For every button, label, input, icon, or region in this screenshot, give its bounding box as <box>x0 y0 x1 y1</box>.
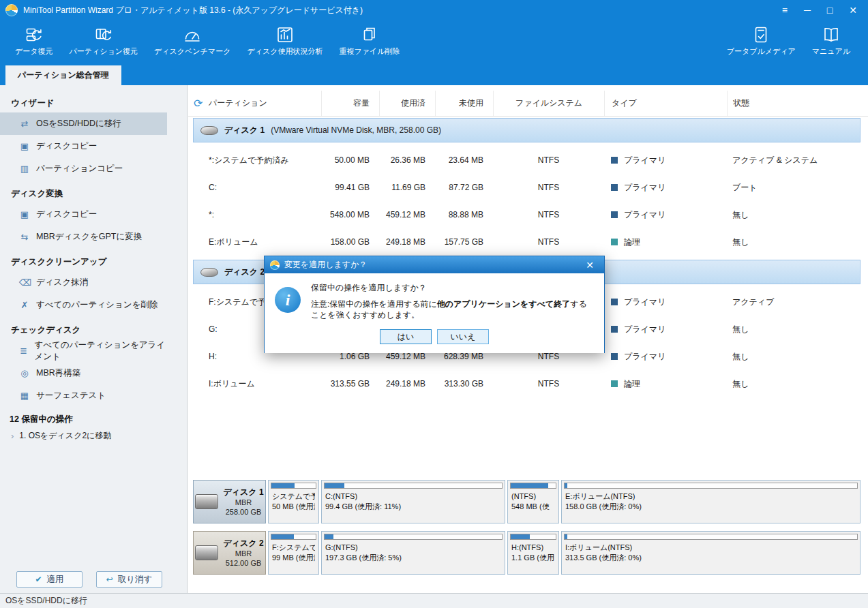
partition-label: H:(NTFS) <box>511 543 555 553</box>
partition-recovery-icon <box>95 25 113 44</box>
duplicate-file-icon <box>361 25 378 44</box>
diskmap-partition[interactable]: F:システムで予 99 MB (使用済 <box>268 531 319 575</box>
partition-type: 論理 <box>624 237 640 248</box>
sidebar-item-mbr-to-gpt[interactable]: ⇆ MBRディスクをGPTに変換 <box>0 226 167 248</box>
toolbar-duplicate-file-delete[interactable]: 重複ファイル削除 <box>331 20 408 57</box>
sidebar-item-disk-wipe[interactable]: ⌫ ディスク抹消 <box>0 271 167 294</box>
sidebar-item-surface-test[interactable]: ▦ サーフェステスト <box>0 384 167 407</box>
toolbar-label: パーティション復元 <box>70 46 138 57</box>
disk-wipe-icon: ⌫ <box>19 277 30 288</box>
toolbar-label: データ復元 <box>15 46 53 57</box>
tab-partition-management[interactable]: パーティション総合管理 <box>5 65 121 85</box>
toolbar-data-recovery[interactable]: データ復元 <box>7 20 61 57</box>
partition-type: プライマリ <box>624 155 665 166</box>
apply-button[interactable]: ✔ 適用 <box>16 571 83 588</box>
partition-type: プライマリ <box>624 297 665 308</box>
partition-label: E:ボリューム(NTFS) <box>565 491 856 502</box>
window-title: MiniTool Partition Wizard プロ・アルティメット版 13… <box>23 5 363 16</box>
sidebar-item-rebuild-mbr[interactable]: ◎ MBR再構築 <box>0 362 167 384</box>
apply-confirmation-dialog: 変更を適用しますか？ ✕ i 保留中の操作を適用しますか？ 注意:保留中の操作を… <box>264 256 605 353</box>
diskmap-partition[interactable]: I:ボリューム(NTFS) 313.5 GB (使用済: 0%) <box>561 531 860 575</box>
col-used: 使用済 <box>379 91 435 116</box>
pending-operation-label: 1. OSをディスク2に移動 <box>19 430 111 442</box>
no-button[interactable]: いいえ <box>437 329 489 344</box>
partition-size-label: 99 MB (使用済 <box>272 553 315 563</box>
sidebar-section-check-disk: チェックディスク <box>0 320 187 339</box>
col-unused: 未使用 <box>435 91 493 116</box>
table-header: ⟳ パーティション 容量 使用済 未使用 ファイルシステム タイプ 状態 <box>188 85 868 117</box>
diskmap-partition[interactable]: E:ボリューム(NTFS) 158.0 GB (使用済: 0%) <box>561 480 860 523</box>
usage-bar <box>564 483 858 489</box>
partition-name: E:ボリューム <box>188 237 321 248</box>
table-row[interactable]: *:システムで予約済み 50.00 MB 26.36 MB 23.64 MB N… <box>188 147 868 174</box>
partition-status: 無し <box>727 209 868 221</box>
partition-unused: 313.30 GB <box>435 379 493 389</box>
maximize-icon[interactable]: □ <box>827 5 833 15</box>
sidebar: ウィザード ⇄ OSをSSD/HDDに移行 ▣ ディスクコピー ▥ パーティショ… <box>0 85 188 593</box>
apply-label: 適用 <box>47 574 64 586</box>
diskmap-partition[interactable]: C:(NTFS) 99.4 GB (使用済: 11%) <box>321 480 505 523</box>
diskmap-partition[interactable]: G:(NTFS) 197.3 GB (使用済: 5%) <box>321 531 505 575</box>
diskmap-disk1-label[interactable]: ディスク 1 MBR 258.00 GB <box>193 480 266 523</box>
disk1-info: (VMware Virtual NVMe Disk, MBR, 258.00 G… <box>271 125 441 135</box>
diskmap-disk2-label[interactable]: ディスク 2 MBR 512.00 GB <box>193 531 266 575</box>
partition-unused: 628.39 MB <box>435 352 493 361</box>
close-icon[interactable]: ✕ <box>849 5 857 15</box>
disk-copy-icon: ▣ <box>19 209 30 219</box>
toolbar-label: 重複ファイル削除 <box>339 46 400 57</box>
undo-button[interactable]: ↩ 取り消す <box>96 571 162 588</box>
info-icon: i <box>275 287 301 313</box>
sidebar-item-disk-copy-2[interactable]: ▣ ディスクコピー <box>0 203 167 226</box>
pending-operation-item[interactable]: › 1. OSをディスク2に移動 <box>0 427 187 444</box>
disk1-header-row[interactable]: ディスク 1 (VMware Virtual NVMe Disk, MBR, 2… <box>193 118 860 142</box>
refresh-icon[interactable]: ⟳ <box>194 97 203 110</box>
partition-label: F:システムで予 <box>272 543 315 553</box>
sidebar-item-label: OSをSSD/HDDに移行 <box>36 118 121 130</box>
diskmap-disk-size: 512.00 GB <box>223 558 263 568</box>
trash-icon: ✗ <box>19 300 30 310</box>
toolbar-partition-recovery[interactable]: パーティション復元 <box>61 20 147 57</box>
partition-used: 459.12 MB <box>379 210 435 219</box>
table-row[interactable]: C: 99.41 GB 11.69 GB 87.72 GB NTFS プライマリ… <box>188 174 868 201</box>
sidebar-item-partition-copy[interactable]: ▥ パーティションコピー <box>0 157 167 180</box>
sidebar-item-align-all-partitions[interactable]: ≣ すべてのパーティションをアライメント <box>0 339 167 362</box>
sidebar-item-delete-all-partitions[interactable]: ✗ すべてのパーティションを削除 <box>0 294 167 316</box>
toolbar-disk-benchmark[interactable]: ディスクベンチマーク <box>146 20 239 57</box>
diskmap-partition[interactable]: H:(NTFS) 1.1 GB (使用 <box>507 531 559 575</box>
table-row[interactable]: I:ボリューム 313.55 GB 249.18 MB 313.30 GB NT… <box>188 370 868 397</box>
yes-button[interactable]: はい <box>380 329 432 344</box>
col-partition: パーティション <box>209 97 267 109</box>
partition-name: *:システムで予約済み <box>188 155 321 166</box>
minimize-icon[interactable]: ─ <box>804 5 811 15</box>
dialog-close-icon[interactable]: ✕ <box>581 260 599 271</box>
menu-icon[interactable]: ≡ <box>782 5 788 15</box>
toolbar-bootable-media[interactable]: ブータブルメディア <box>719 20 804 57</box>
sidebar-item-disk-copy[interactable]: ▣ ディスクコピー <box>0 135 167 157</box>
table-row[interactable]: E:ボリューム 158.00 GB 249.18 MB 157.75 GB NT… <box>188 228 868 256</box>
sidebar-item-label: すべてのパーティションをアライメント <box>35 339 167 363</box>
partition-used: 459.12 MB <box>379 352 435 361</box>
disk2-strip: ディスク 2 MBR 512.00 GB F:システムで予 99 MB (使用済… <box>193 531 860 575</box>
dialog-note-pre: 注意:保留中の操作を適用する前に <box>311 299 437 309</box>
disk1-name: ディスク 1 <box>224 125 265 136</box>
partition-capacity: 548.00 MB <box>321 210 379 219</box>
sidebar-item-label: すべてのパーティションを削除 <box>36 299 158 311</box>
diskmap-partition[interactable]: システムで予約 50 MB (使用済 <box>268 480 319 523</box>
sidebar-section-wizard: ウィザード <box>0 93 187 112</box>
expander-icon[interactable]: › <box>11 431 14 441</box>
toolbar-manual[interactable]: マニュアル <box>804 20 858 57</box>
disk-icon <box>200 126 218 135</box>
titlebar: MiniTool Partition Wizard プロ・アルティメット版 13… <box>0 0 868 20</box>
sidebar-item-migrate-os[interactable]: ⇄ OSをSSD/HDDに移行 <box>0 112 167 135</box>
toolbar-disk-usage-analysis[interactable]: ディスク使用状況分析 <box>239 20 331 57</box>
dialog-body: i 保留中の操作を適用しますか？ 注意:保留中の操作を適用する前に他のアプリケー… <box>265 273 604 353</box>
tab-bar: パーティション総合管理 <box>0 65 868 85</box>
diskmap-disk-style: MBR <box>223 549 263 558</box>
diskmap-partition[interactable]: (NTFS) 548 MB (使 <box>507 480 559 523</box>
status-bar: OSをSSD/HDDに移行 <box>0 593 868 608</box>
table-row[interactable]: *: 548.00 MB 459.12 MB 88.88 MB NTFS プライ… <box>188 201 868 228</box>
partition-size-label: 548 MB (使 <box>511 502 555 512</box>
manual-icon <box>822 25 840 44</box>
usage-bar <box>324 534 503 540</box>
pending-operations-title: 12 保留中の操作 <box>0 411 187 427</box>
